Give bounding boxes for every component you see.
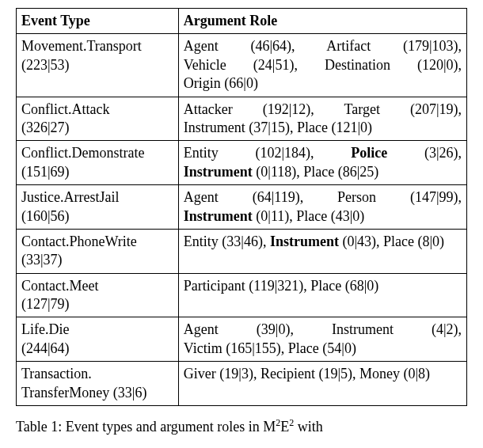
role-label: Entity [184, 145, 219, 161]
table-row: Contact.Meet(127|79)Participant (119|321… [17, 273, 467, 317]
argument-role: Entity (102|184), [184, 145, 314, 161]
argument-role-cell: Entity (33|46), Instrument (0|43), Place… [178, 229, 466, 273]
event-type-counts: (223|53) [21, 56, 173, 74]
role-counts: (86|25) [334, 164, 378, 180]
role-label: Place [288, 340, 319, 356]
role-label: Instrument [270, 233, 339, 249]
argument-role: Agent (64|119), [184, 189, 303, 205]
role-counts: (0|8) [400, 366, 430, 382]
event-type-counts: (33|37) [21, 251, 173, 269]
role-label: Attacker [184, 101, 233, 117]
table-row: Conflict.Attack(326|27)Attacker (192|12)… [17, 97, 467, 141]
event-type-name: Conflict.Demonstrate [21, 144, 173, 162]
argument-role: Instrument (0|43), [270, 233, 380, 249]
header-event-type: Event Type [17, 9, 179, 34]
argument-role-cell: Giver (19|3), Recipient (19|5), Money (0… [178, 362, 466, 406]
event-type-cell: Movement.Transport(223|53) [17, 34, 179, 97]
caption-prefix: Table 1: Event types and argument roles … [16, 419, 276, 435]
role-label: Place [296, 208, 327, 224]
argument-role: Person (147|99), [337, 189, 462, 205]
role-counts: (120|0), [390, 57, 462, 73]
role-counts: (33|46), [219, 233, 267, 249]
argument-role: Agent (46|64), [184, 38, 295, 54]
argument-role: Place (8|0) [383, 233, 444, 249]
argument-role-cell: Participant (119|321), Place (68|0) [178, 273, 466, 317]
event-type-cell: Justice.ArrestJail(160|56) [17, 185, 179, 230]
role-counts: (165|155), [222, 340, 285, 356]
role-label: Target [344, 101, 380, 117]
role-label: Recipient [261, 366, 315, 382]
argument-role-cell: Agent (46|64), Artifact (179|103), Vehic… [178, 34, 466, 97]
role-counts: (0|118), [253, 164, 300, 180]
event-type-counts: (151|69) [21, 163, 173, 181]
role-label: Entity [184, 233, 219, 249]
argument-role: Place (68|0) [310, 278, 378, 294]
argument-role: Police (3|26), [351, 145, 462, 161]
argument-role-cell: Attacker (192|12), Target (207|19), Inst… [178, 97, 466, 141]
argument-role: Participant (119|321), [184, 278, 307, 294]
table-row: Life.Die(244|64)Agent (39|0), Instrument… [17, 317, 467, 362]
event-type-cell: Conflict.Attack(326|27) [17, 97, 179, 141]
event-type-counts: (244|64) [21, 340, 173, 358]
event-type-name: Conflict.Attack [21, 101, 173, 119]
role-label: Destination [325, 57, 390, 73]
table-row: Conflict.Demonstrate(151|69)Entity (102|… [17, 141, 467, 185]
argument-role: Attacker (192|12), [184, 101, 314, 117]
role-counts: (4|2), [394, 321, 462, 337]
argument-role-cell: Agent (39|0), Instrument (4|2), Victim (… [178, 317, 466, 362]
role-counts: (0|43), [339, 233, 380, 249]
role-label: Agent [184, 189, 219, 205]
role-counts: (119|321), [245, 278, 307, 294]
event-type-name: Transaction. [21, 365, 173, 383]
table-caption: Table 1: Event types and argument roles … [16, 417, 467, 435]
argument-role: Instrument (0|118), [184, 164, 300, 180]
role-label: Agent [184, 38, 219, 54]
event-type-cell: Contact.Meet(127|79) [17, 273, 179, 317]
table-row: Transaction.TransferMoney (33|6)Giver (1… [17, 362, 467, 406]
role-counts: (207|19), [380, 101, 462, 117]
argument-role: Giver (19|3), [184, 366, 257, 382]
argument-role: Place (43|0) [296, 208, 364, 224]
argument-role: Vehicle (24|51), [184, 57, 298, 73]
role-label: Agent [184, 321, 219, 337]
header-argument-role: Argument Role [178, 9, 466, 34]
argument-role: Recipient (19|5), [261, 366, 356, 382]
role-label: Place [383, 233, 414, 249]
caption-mid1: E [280, 419, 289, 435]
role-label: Origin [184, 75, 221, 91]
role-counts: (8|0) [414, 233, 444, 249]
event-type-name: Justice.ArrestJail [21, 188, 173, 207]
role-counts: (192|12), [233, 101, 314, 117]
role-label: Instrument [332, 321, 394, 337]
argument-role: Victim (165|155), [184, 340, 285, 356]
argument-role: Destination (120|0), [325, 57, 462, 73]
role-counts: (68|0) [341, 278, 378, 294]
role-label: Victim [184, 340, 222, 356]
role-counts: (102|184), [219, 145, 314, 161]
role-counts: (46|64), [219, 38, 295, 54]
event-type-name: Movement.Transport [21, 37, 173, 55]
event-type-cell: Conflict.Demonstrate(151|69) [17, 141, 179, 185]
role-counts: (19|3), [216, 366, 257, 382]
argument-role-cell: Entity (102|184), Police (3|26), Instrum… [178, 141, 466, 185]
event-type-cell: Contact.PhoneWrite(33|37) [17, 229, 179, 273]
event-type-counts: (127|79) [21, 295, 173, 313]
event-type-counts: (326|27) [21, 119, 173, 137]
role-label: Money [359, 366, 400, 382]
argument-role-cell: Agent (64|119), Person (147|99), Instrum… [178, 185, 466, 230]
role-label: Police [351, 145, 387, 161]
argument-role: Money (0|8) [359, 366, 430, 382]
argument-role: Instrument (4|2), [332, 321, 462, 337]
table-row: Justice.ArrestJail(160|56)Agent (64|119)… [17, 185, 467, 230]
argument-role: Origin (66|0) [184, 75, 258, 91]
role-counts: (147|99), [376, 189, 462, 205]
role-label: Giver [184, 366, 216, 382]
role-label: Instrument [184, 164, 253, 180]
role-counts: (0|11), [253, 208, 293, 224]
role-label: Place [303, 164, 334, 180]
argument-role: Instrument (37|15), [184, 120, 294, 135]
role-counts: (3|26), [387, 145, 462, 161]
caption-suffix: with [294, 419, 323, 435]
role-label: Person [337, 189, 376, 205]
role-label: Participant [184, 278, 245, 294]
